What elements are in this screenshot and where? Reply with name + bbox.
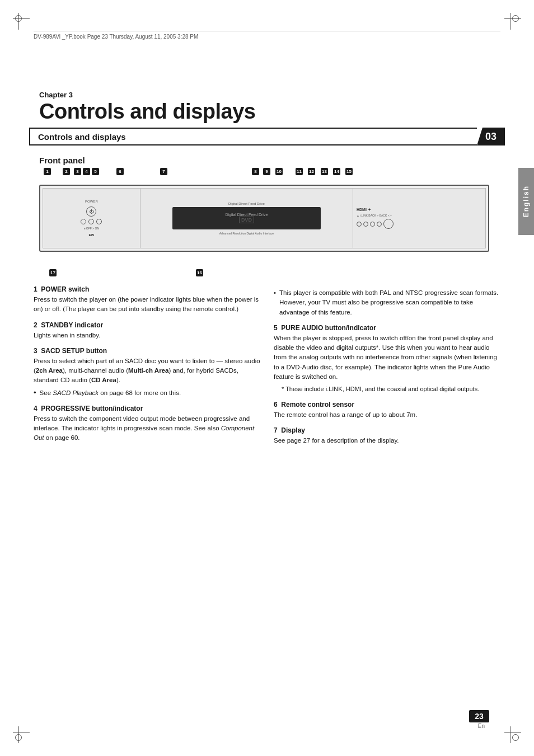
item-7-title: 7 Display: [274, 426, 500, 434]
col-right: This player is compatible with both PAL …: [274, 285, 500, 452]
item-6-title: 6 Remote control sensor: [274, 401, 500, 408]
footer-page-num: 23: [469, 710, 489, 722]
btn-9: [363, 222, 368, 227]
prog-btn: [88, 219, 94, 224]
item-5: 5 PURE AUDIO button/indicator When the p…: [274, 324, 500, 394]
item-7-body: See page 27 for a description of the dis…: [274, 436, 500, 445]
sacd-btn: [81, 219, 86, 224]
item-2-body: Lights when in standby.: [34, 331, 260, 340]
btn-large: [383, 219, 394, 229]
header-meta: DV-989AVi _YP.book Page 23 Thursday, Aug…: [34, 31, 500, 40]
item-5-title: 5 PURE AUDIO button/indicator: [274, 324, 500, 332]
corner-mark-bl: [10, 724, 32, 746]
callout-10: 10: [275, 168, 283, 175]
chapter-title: Controls and displays: [39, 100, 255, 124]
callout-17: 17: [49, 269, 57, 276]
pure-btn: [96, 219, 102, 224]
device-left-section: POWER ⏻ e.OFF > ON EW: [43, 189, 140, 248]
callout-3: 3: [74, 168, 81, 175]
callout-16: 16: [196, 269, 203, 276]
hdmi-label: HDMI ✦: [357, 208, 482, 212]
callout-4: 4: [83, 168, 90, 175]
callout-11: 11: [296, 168, 303, 175]
item-5-body: When the player is stopped, press to swi…: [274, 334, 500, 382]
device-mid-section: Digital Direct Feed Drive Digital Direct…: [140, 189, 353, 248]
callout-14: 14: [333, 168, 340, 175]
callout-1: 1: [44, 168, 51, 175]
callout-12: 12: [308, 168, 315, 175]
item-3: 3 SACD SETUP button Press to select whic…: [34, 347, 260, 398]
btn-11: [377, 222, 382, 227]
item-1: 1 POWER switch Press to switch the playe…: [34, 285, 260, 314]
file-info-text: DV-989AVi _YP.book Page 23 Thursday, Aug…: [34, 34, 198, 40]
device-display: Digital Direct Feed Drive DVD: [172, 207, 321, 229]
device-inner: POWER ⏻ e.OFF > ON EW Digital Direct Fee…: [43, 188, 486, 248]
chapter-label: Chapter 3: [39, 91, 73, 99]
corner-mark-br: [502, 724, 524, 746]
item-7: 7 Display See page 27 for a description …: [274, 426, 500, 445]
sidebar-language: English: [518, 168, 534, 235]
content-section: 1 POWER switch Press to switch the playe…: [34, 285, 500, 452]
item-4: 4 PROGRESSIVE button/indicator Press to …: [34, 405, 260, 443]
section-title: Controls and displays: [38, 132, 126, 142]
device-area: 1 2 3 4 5 6 7 8 9 10 11 12 13 14 15 Pion…: [34, 167, 500, 279]
col-left: 1 POWER switch Press to switch the playe…: [34, 285, 260, 452]
callout-15: 15: [345, 168, 353, 175]
device-right-btns: [357, 219, 482, 229]
item-3-body: Press to select which part of an SACD di…: [34, 356, 260, 386]
corner-mark-tr: [502, 10, 524, 32]
item-1-title: 1 POWER switch: [34, 285, 260, 293]
item-3-bullet: See SACD Playback on page 68 for more on…: [34, 388, 260, 398]
device-callout-container: 1 2 3 4 5 6 7 8 9 10 11 12 13 14 15 Pion…: [34, 167, 500, 279]
item-2-title: 2 STANDBY indicator: [34, 321, 260, 329]
item-4-cont-body: This player is compatible with both PAL …: [274, 288, 500, 317]
sidebar-language-text: English: [522, 185, 530, 217]
section-header-bar: Controls and displays: [29, 128, 477, 145]
device-right-section: HDMI ✦ ▲ i.LINK BACK > BACK < +: [353, 189, 485, 248]
item-6-body: The remote control has a range of up to …: [274, 410, 500, 420]
btn-8: [357, 222, 362, 227]
device-dvd-logo: DVD: [239, 217, 254, 223]
item-3-title: 3 SACD SETUP button: [34, 347, 260, 355]
footer-lang-code: En: [478, 723, 485, 729]
item-4-title: 4 PROGRESSIVE button/indicator: [34, 405, 260, 412]
callout-13: 13: [321, 168, 328, 175]
callout-9: 9: [263, 168, 270, 175]
callout-5: 5: [92, 168, 99, 175]
item-6: 6 Remote control sensor The remote contr…: [274, 401, 500, 420]
item-5-note: * These include i.LINK, HDMI, and the co…: [274, 384, 500, 394]
device-power-btn: ⏻: [86, 206, 96, 217]
device-display-text: Digital Direct Feed Drive: [225, 213, 268, 217]
section-num: 03: [477, 128, 505, 145]
btn-10: [370, 222, 375, 227]
callout-2: 2: [63, 168, 70, 175]
item-2: 2 STANDBY indicator Lights when in stand…: [34, 321, 260, 340]
section-header: Controls and displays 03: [29, 128, 505, 145]
device-small-btns: [81, 219, 102, 224]
item-4-body: Press to switch the component video outp…: [34, 414, 260, 443]
corner-mark-tl: [10, 10, 32, 32]
callout-8: 8: [252, 168, 259, 175]
front-panel-title: Front panel: [39, 156, 85, 165]
item-1-body: Press to switch the player on (the power…: [34, 295, 260, 314]
device-body: Pioneer POWER ⏻ e.OFF > ON EW Digit: [39, 185, 489, 252]
callout-6: 6: [116, 168, 124, 175]
callout-7: 7: [160, 168, 167, 175]
item-4-cont: This player is compatible with both PAL …: [274, 288, 500, 317]
